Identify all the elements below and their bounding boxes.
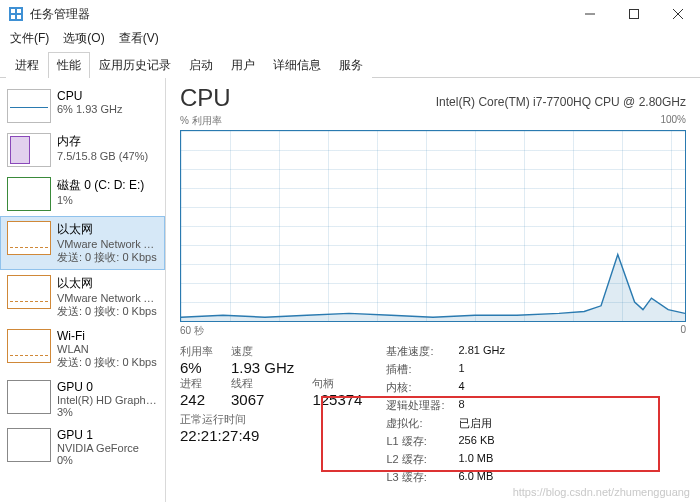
sidebar-wifi-sub1: WLAN bbox=[57, 343, 158, 355]
chart-y-max: 100% bbox=[660, 114, 686, 128]
menu-view[interactable]: 查看(V) bbox=[119, 30, 159, 47]
sidebar-item-disk[interactable]: 磁盘 0 (C: D: E:) 1% bbox=[0, 172, 165, 216]
virt-value: 已启用 bbox=[459, 416, 505, 431]
sidebar-eth1-title: 以太网 bbox=[57, 275, 158, 292]
sidebar-item-ethernet-1[interactable]: 以太网 VMware Network Adapter 发送: 0 接收: 0 K… bbox=[0, 270, 165, 324]
watermark-text: https://blog.csdn.net/zhumengguang bbox=[513, 486, 690, 498]
chart-y-label: % 利用率 bbox=[180, 114, 222, 128]
sidebar-disk-sub: 1% bbox=[57, 194, 158, 206]
util-value: 6% bbox=[180, 359, 213, 376]
l2-value: 1.0 MB bbox=[459, 452, 505, 467]
chart-x-span: 60 秒 bbox=[180, 324, 204, 338]
tab-startup[interactable]: 启动 bbox=[180, 52, 222, 78]
menu-bar: 文件(F) 选项(O) 查看(V) bbox=[0, 28, 700, 51]
sockets-label: 插槽: bbox=[386, 362, 444, 377]
sidebar-item-gpu-1[interactable]: GPU 1 NVIDIA GeForce 0% bbox=[0, 423, 165, 471]
menu-file[interactable]: 文件(F) bbox=[10, 30, 49, 47]
thread-label: 线程 bbox=[231, 376, 294, 391]
lprocs-value: 8 bbox=[459, 398, 505, 413]
thread-value: 3067 bbox=[231, 391, 294, 408]
title-bar: 任务管理器 bbox=[0, 0, 700, 28]
disk-thumb-icon bbox=[7, 177, 51, 211]
sidebar-item-memory[interactable]: 内存 7.5/15.8 GB (47%) bbox=[0, 128, 165, 172]
sidebar-eth0-title: 以太网 bbox=[57, 221, 158, 238]
sidebar-gpu0-sub1: Intel(R) HD Graphics bbox=[57, 394, 158, 406]
sidebar-mem-title: 内存 bbox=[57, 133, 158, 150]
base-speed-label: 基准速度: bbox=[386, 344, 444, 359]
tab-services[interactable]: 服务 bbox=[330, 52, 372, 78]
sidebar-gpu0-title: GPU 0 bbox=[57, 380, 158, 394]
close-button[interactable] bbox=[656, 0, 700, 28]
tab-app-history[interactable]: 应用历史记录 bbox=[90, 52, 180, 78]
cpu-utilization-chart[interactable] bbox=[180, 130, 686, 322]
proc-label: 进程 bbox=[180, 376, 213, 391]
l1-label: L1 缓存: bbox=[386, 434, 444, 449]
speed-value: 1.93 GHz bbox=[231, 359, 294, 376]
sidebar-eth0-sub1: VMware Network Adapter bbox=[57, 238, 158, 250]
sidebar-eth1-sub2: 发送: 0 接收: 0 Kbps bbox=[57, 304, 158, 319]
base-speed-value: 2.81 GHz bbox=[459, 344, 505, 359]
sidebar-mem-sub: 7.5/15.8 GB (47%) bbox=[57, 150, 158, 162]
sidebar-item-cpu[interactable]: CPU 6% 1.93 GHz bbox=[0, 84, 165, 128]
lprocs-label: 逻辑处理器: bbox=[386, 398, 444, 413]
sidebar-gpu1-title: GPU 1 bbox=[57, 428, 158, 442]
svg-rect-6 bbox=[630, 10, 639, 19]
sidebar-wifi-sub2: 发送: 0 接收: 0 Kbps bbox=[57, 355, 158, 370]
sidebar-item-ethernet-0[interactable]: 以太网 VMware Network Adapter 发送: 0 接收: 0 K… bbox=[0, 216, 165, 270]
sidebar-eth0-sub2: 发送: 0 接收: 0 Kbps bbox=[57, 250, 158, 265]
tab-bar: 进程 性能 应用历史记录 启动 用户 详细信息 服务 bbox=[0, 51, 700, 78]
svg-rect-1 bbox=[11, 9, 15, 13]
tab-processes[interactable]: 进程 bbox=[6, 52, 48, 78]
minimize-button[interactable] bbox=[568, 0, 612, 28]
gpu-thumb-icon bbox=[7, 428, 51, 462]
ethernet-thumb-icon bbox=[7, 275, 51, 309]
svg-rect-3 bbox=[11, 15, 15, 19]
l1-value: 256 KB bbox=[459, 434, 505, 449]
svg-rect-2 bbox=[17, 9, 21, 13]
svg-rect-4 bbox=[17, 15, 21, 19]
sockets-value: 1 bbox=[459, 362, 505, 377]
wifi-thumb-icon bbox=[7, 329, 51, 363]
util-label: 利用率 bbox=[180, 344, 213, 359]
speed-label: 速度 bbox=[231, 344, 294, 359]
cores-label: 内核: bbox=[386, 380, 444, 395]
sidebar-cpu-sub: 6% 1.93 GHz bbox=[57, 103, 158, 115]
sidebar-gpu1-sub1: NVIDIA GeForce bbox=[57, 442, 158, 454]
window-title: 任务管理器 bbox=[30, 6, 568, 23]
handle-label: 句柄 bbox=[312, 376, 362, 391]
cpu-thumb-icon bbox=[7, 89, 51, 123]
l2-label: L2 缓存: bbox=[386, 452, 444, 467]
tab-details[interactable]: 详细信息 bbox=[264, 52, 330, 78]
memory-thumb-icon bbox=[7, 133, 51, 167]
virt-label: 虚拟化: bbox=[386, 416, 444, 431]
sidebar-item-wifi[interactable]: Wi-Fi WLAN 发送: 0 接收: 0 Kbps bbox=[0, 324, 165, 375]
sidebar: CPU 6% 1.93 GHz 内存 7.5/15.8 GB (47%) 磁盘 … bbox=[0, 78, 166, 502]
l3-label: L3 缓存: bbox=[386, 470, 444, 485]
page-title: CPU bbox=[180, 84, 231, 112]
proc-value: 242 bbox=[180, 391, 213, 408]
sidebar-cpu-title: CPU bbox=[57, 89, 158, 103]
gpu-thumb-icon bbox=[7, 380, 51, 414]
tab-users[interactable]: 用户 bbox=[222, 52, 264, 78]
uptime-value: 22:21:27:49 bbox=[180, 427, 362, 444]
uptime-label: 正常运行时间 bbox=[180, 412, 362, 427]
chart-x-zero: 0 bbox=[680, 324, 686, 338]
handle-value: 125374 bbox=[312, 391, 362, 408]
menu-options[interactable]: 选项(O) bbox=[63, 30, 104, 47]
cpu-info-grid: 基准速度:2.81 GHz 插槽:1 内核:4 逻辑处理器:8 虚拟化:已启用 … bbox=[386, 344, 505, 485]
maximize-button[interactable] bbox=[612, 0, 656, 28]
sidebar-disk-title: 磁盘 0 (C: D: E:) bbox=[57, 177, 158, 194]
sidebar-gpu1-sub2: 0% bbox=[57, 454, 158, 466]
chart-line-icon bbox=[181, 131, 685, 321]
l3-value: 6.0 MB bbox=[459, 470, 505, 485]
main-panel: CPU Intel(R) Core(TM) i7-7700HQ CPU @ 2.… bbox=[166, 78, 700, 502]
app-icon bbox=[8, 6, 24, 22]
sidebar-eth1-sub1: VMware Network Adapter bbox=[57, 292, 158, 304]
cores-value: 4 bbox=[459, 380, 505, 395]
cpu-model-text: Intel(R) Core(TM) i7-7700HQ CPU @ 2.80GH… bbox=[436, 95, 686, 109]
sidebar-gpu0-sub2: 3% bbox=[57, 406, 158, 418]
sidebar-item-gpu-0[interactable]: GPU 0 Intel(R) HD Graphics 3% bbox=[0, 375, 165, 423]
sidebar-wifi-title: Wi-Fi bbox=[57, 329, 158, 343]
tab-performance[interactable]: 性能 bbox=[48, 52, 90, 78]
ethernet-thumb-icon bbox=[7, 221, 51, 255]
